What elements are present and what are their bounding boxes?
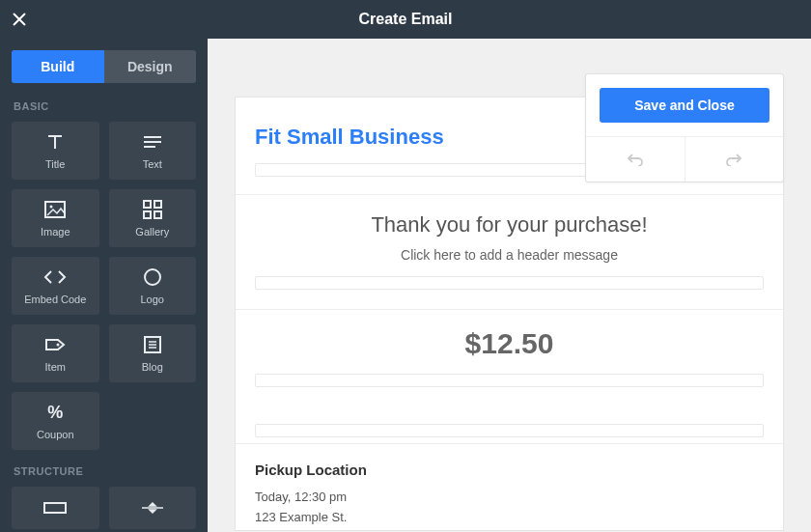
tabs: Build Design [12, 50, 196, 83]
tag-icon [44, 334, 66, 355]
tile-label: Text [143, 158, 162, 170]
svg-rect-5 [154, 211, 161, 218]
tile-label: Embed Code [24, 294, 86, 305]
rectangle-icon [42, 497, 68, 518]
tile-item[interactable]: Item [12, 324, 99, 382]
section-structure: STRUCTURE [14, 465, 196, 477]
tile-label: Logo [141, 294, 164, 305]
save-panel: Save and Close [585, 73, 784, 182]
tile-title[interactable]: Title [12, 122, 99, 180]
svg-point-6 [145, 269, 160, 285]
topbar: Create Email [0, 0, 811, 39]
close-button[interactable] [0, 0, 39, 39]
order-amount[interactable]: $12.50 [236, 327, 783, 360]
tab-design[interactable]: Design [104, 50, 197, 83]
tile-label: Blog [142, 361, 163, 373]
tile-label: Image [41, 226, 70, 238]
text-icon [142, 131, 163, 153]
tile-container[interactable] [12, 487, 99, 529]
svg-point-1 [50, 206, 53, 209]
image-icon [44, 199, 66, 220]
placeholder-line[interactable] [255, 276, 764, 290]
tab-build[interactable]: Build [12, 50, 104, 83]
close-icon [13, 13, 26, 26]
tile-label: Title [45, 158, 65, 170]
svg-rect-4 [144, 211, 151, 218]
blog-icon [143, 334, 162, 355]
tile-label: Gallery [135, 226, 169, 238]
section-basic: BASIC [14, 100, 196, 112]
tile-gallery[interactable]: Gallery [109, 189, 197, 247]
sidebar: Build Design BASIC Title Text Image Gall… [0, 39, 208, 532]
divider-icon [140, 497, 165, 518]
svg-point-7 [57, 344, 60, 347]
redo-icon [725, 153, 742, 166]
tile-image[interactable]: Image [12, 189, 99, 247]
title-icon [44, 131, 66, 153]
canvas: Fit Small Business Thank you for your pu… [208, 39, 811, 532]
percent-icon: % [47, 402, 63, 423]
placeholder-line[interactable] [255, 424, 764, 437]
svg-rect-9 [44, 503, 66, 513]
pickup-title: Pickup Location [255, 462, 764, 478]
code-icon [43, 266, 67, 288]
undo-button[interactable] [586, 137, 685, 182]
tile-coupon[interactable]: % Coupon [12, 392, 99, 450]
tile-text[interactable]: Text [109, 122, 197, 180]
save-close-button[interactable]: Save and Close [600, 88, 769, 123]
gallery-icon [143, 199, 162, 220]
tile-label: Coupon [37, 429, 74, 440]
pickup-time: Today, 12:30 pm [255, 490, 764, 504]
page-title: Create Email [359, 11, 453, 28]
tile-blog[interactable]: Blog [109, 324, 197, 382]
svg-rect-3 [154, 201, 161, 208]
tile-embed[interactable]: Embed Code [12, 257, 99, 315]
tile-divider[interactable] [109, 487, 197, 529]
header-message-placeholder[interactable]: Click here to add a header message [236, 247, 783, 263]
undo-icon [627, 153, 644, 166]
logo-icon [143, 266, 162, 288]
redo-button[interactable] [685, 137, 784, 182]
placeholder-line[interactable] [255, 374, 764, 387]
thank-you-heading[interactable]: Thank you for your purchase! [236, 212, 783, 238]
tile-logo[interactable]: Logo [109, 257, 197, 315]
svg-rect-2 [144, 201, 151, 208]
pickup-address: 123 Example St. [255, 510, 764, 524]
tile-label: Item [45, 361, 66, 373]
